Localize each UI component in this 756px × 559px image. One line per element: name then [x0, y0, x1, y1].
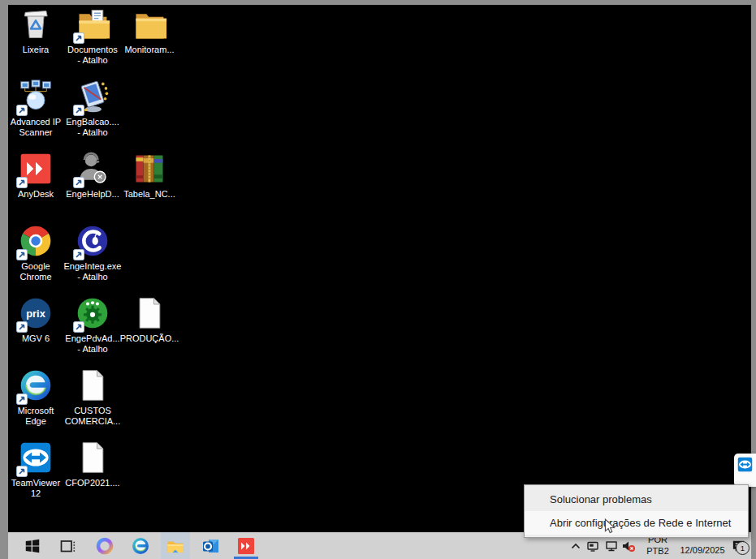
- engepdv-icon: [75, 295, 110, 331]
- menu-item-troubleshoot[interactable]: Solucionar problemas: [525, 488, 748, 511]
- desktop-icon[interactable]: AnyDesk: [9, 151, 63, 200]
- shortcut-overlay-icon: [16, 321, 28, 333]
- menu-item-open-network-settings[interactable]: Abrir configurações de Rede e Internet: [525, 511, 748, 535]
- clock-date: 12/09/2025: [680, 545, 724, 557]
- taskbar-button-start[interactable]: [18, 532, 47, 559]
- screen: { "colors": { "desktop_bg": "#000000", "…: [0, 0, 756, 559]
- taskbar-button-outlook[interactable]: [197, 532, 226, 559]
- taskbar-button-copilot[interactable]: [90, 532, 119, 559]
- wired-network-icon: [605, 540, 618, 553]
- task-view-icon: [58, 536, 77, 556]
- shortcut-overlay-icon: [16, 249, 28, 260]
- teamviewer-edge-panel[interactable]: [734, 454, 756, 487]
- desktop-icon[interactable]: Microsoft Edge: [9, 368, 63, 427]
- desktop-icon[interactable]: EngeHelpD...: [66, 151, 119, 200]
- desktop-icon[interactable]: Documentos - Atalho: [66, 6, 119, 66]
- file-explorer-icon: [166, 536, 185, 556]
- taskbar-button-anydesk[interactable]: [231, 532, 261, 559]
- desktop-icon-label: Monitoram...: [115, 45, 184, 55]
- desktop-icon[interactable]: Tabela_NC...: [123, 151, 176, 200]
- chrome-icon: [18, 223, 54, 259]
- prix-icon: prix: [18, 295, 54, 331]
- desktop-icon[interactable]: Advanced IP Scanner: [9, 79, 63, 138]
- desktop-icon-label: CFOP2021....: [58, 478, 127, 488]
- shortcut-overlay-icon: [73, 105, 84, 116]
- document-icon: [132, 295, 167, 331]
- teamviewer-icon: [18, 440, 54, 475]
- display-icon: [586, 540, 599, 553]
- chevron-up-icon: [569, 540, 582, 553]
- desktop-icon[interactable]: Monitoram...: [123, 6, 176, 55]
- notification-badge: 1: [736, 541, 750, 555]
- desktop-icon[interactable]: PRODUÇÃO...: [123, 295, 176, 344]
- documents-folder-icon: [75, 6, 110, 42]
- folder-icon: [132, 6, 167, 42]
- anydesk-icon: [236, 536, 256, 556]
- language-line2: PTB2: [646, 546, 669, 557]
- desktop-icon[interactable]: EngePdvAd... - Atalho: [66, 295, 119, 355]
- winrar-icon: [132, 151, 167, 187]
- svg-text:prix: prix: [26, 307, 45, 320]
- teamviewer-icon: [737, 456, 754, 473]
- document-icon: [75, 368, 110, 403]
- desktop-icon[interactable]: CFOP2021....: [66, 440, 119, 488]
- windows-logo-icon: [24, 537, 41, 555]
- desktop-icon-label: PRODUÇÃO...: [115, 333, 184, 344]
- recycle-bin-icon: [18, 6, 54, 42]
- winrar-icon: [132, 151, 167, 187]
- network-context-menu: Solucionar problemas Abrir configurações…: [524, 484, 749, 538]
- desktop-icon-label: EngeInteg.exe - Atalho: [58, 261, 127, 282]
- edge-icon: [18, 368, 54, 403]
- shortcut-overlay-icon: [16, 466, 28, 477]
- copilot-icon: [95, 536, 114, 556]
- shortcut-overlay-icon: [16, 393, 28, 405]
- document-icon: [75, 440, 110, 475]
- desktop-icon-label: EngBalcao.... - Atalho: [58, 117, 127, 138]
- helpdesk-icon: [75, 151, 110, 187]
- taskbar-button-task-view[interactable]: [53, 532, 82, 559]
- mouse-cursor: [604, 518, 616, 535]
- desktop-icon[interactable]: prixMGV 6: [9, 295, 63, 344]
- shortcut-overlay-icon: [73, 321, 84, 333]
- engeinteg-icon: [75, 223, 110, 259]
- anydesk-icon: [18, 151, 54, 187]
- taskbar-button-file-explorer[interactable]: [161, 532, 190, 559]
- ip-scanner-icon: [18, 79, 54, 114]
- shortcut-overlay-icon: [73, 32, 84, 44]
- engbalcao-icon: [75, 79, 110, 114]
- taskbar-button-edge[interactable]: [126, 532, 155, 559]
- document-icon: [132, 295, 167, 331]
- folder-icon: [132, 6, 167, 42]
- desktop-icon[interactable]: EngBalcao.... - Atalho: [66, 79, 119, 138]
- volume-muted-icon: [621, 539, 636, 553]
- shortcut-overlay-icon: [16, 105, 28, 116]
- shortcut-overlay-icon: [16, 177, 28, 188]
- desktop-icon[interactable]: Google Chrome: [9, 223, 63, 282]
- desktop-icon-label: Tabela_NC...: [115, 189, 184, 200]
- teamviewer-icon: [737, 456, 754, 487]
- shortcut-overlay-icon: [73, 249, 84, 260]
- document-icon: [75, 440, 110, 475]
- desktop-icon-label: CUSTOS COMERCIA...: [58, 406, 127, 427]
- desktop[interactable]: LixeiraDocumentos - AtalhoMonitoram...Ad…: [8, 5, 751, 532]
- shortcut-overlay-icon: [73, 177, 84, 188]
- edge-icon: [131, 536, 150, 556]
- desktop-icon[interactable]: EngeInteg.exe - Atalho: [66, 223, 119, 282]
- desktop-icon[interactable]: TeamViewer 12: [9, 440, 63, 499]
- outlook-icon: [201, 536, 221, 556]
- recycle-bin-icon: [18, 6, 54, 42]
- desktop-icon[interactable]: Lixeira: [9, 6, 63, 55]
- desktop-icon[interactable]: CUSTOS COMERCIA...: [66, 368, 119, 427]
- document-icon: [75, 368, 110, 403]
